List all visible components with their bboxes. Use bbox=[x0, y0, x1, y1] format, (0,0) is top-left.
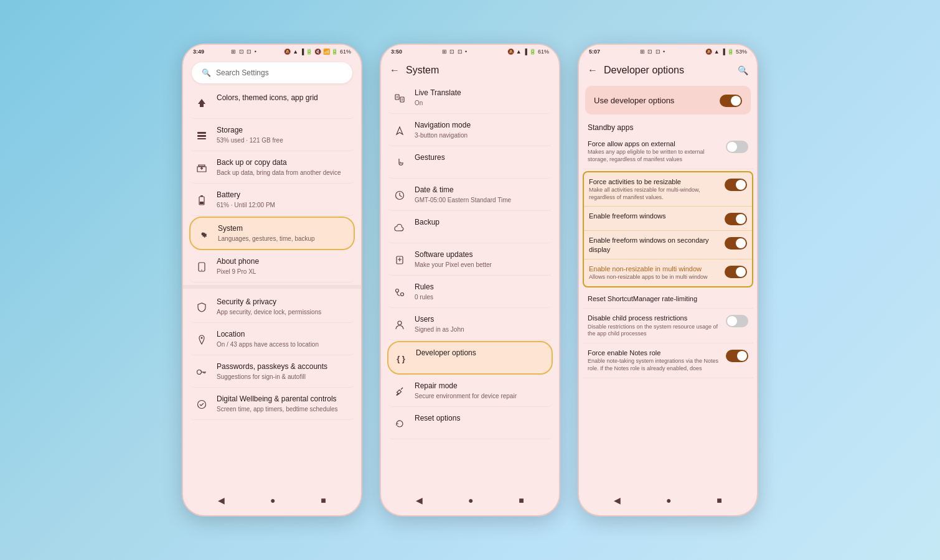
system-item-updates[interactable]: Software updates Make your Pixel even be… bbox=[387, 244, 553, 276]
dev-option-force-resize-wrapper: Force activities to be resizable Make al… bbox=[583, 171, 753, 287]
system-item-backup2[interactable]: Backup bbox=[387, 212, 553, 243]
battery-pct-3: 53% bbox=[736, 49, 747, 55]
item-subtitle-passwords: Suggestions for sign-in & autofill bbox=[217, 373, 351, 381]
item-text-location: Location On / 43 apps have access to loc… bbox=[217, 330, 351, 348]
item-text-system: System Languages, gestures, time, backup bbox=[218, 224, 350, 243]
back-button-2[interactable]: ← bbox=[390, 65, 400, 76]
status-icons-left-2: ⊞ ⊡ ⊡ • bbox=[442, 49, 468, 55]
dev-option-force-resize[interactable]: Force activities to be resizable Make al… bbox=[584, 172, 752, 207]
system-item-developer[interactable]: { } Developer options bbox=[387, 341, 553, 375]
toggle-nonresizable[interactable] bbox=[725, 266, 747, 278]
search-dev-icon[interactable]: 🔍 bbox=[738, 65, 748, 75]
search-label: Search Settings bbox=[216, 68, 269, 77]
dev-option-child-process[interactable]: Disable child process restrictions Disab… bbox=[583, 309, 753, 343]
item-subtitle-location: On / 43 apps have access to location bbox=[217, 340, 351, 348]
screen-1: 🔍 Search Settings Colors, themed icons, … bbox=[183, 57, 361, 488]
search-bar[interactable]: 🔍 Search Settings bbox=[192, 62, 352, 83]
settings-item-storage[interactable]: Storage 53% used · 121 GB free bbox=[189, 119, 355, 151]
toggle-force-allow[interactable] bbox=[726, 141, 748, 153]
item-text-colors: Colors, themed icons, app grid bbox=[217, 93, 351, 103]
svg-rect-0 bbox=[197, 132, 206, 134]
back-nav-3[interactable]: ◀ bbox=[606, 493, 628, 508]
item-text-datetime: Date & time GMT-05:00 Eastern Standard T… bbox=[415, 185, 549, 204]
battery-icon: 🔋 bbox=[306, 49, 313, 55]
svg-rect-1 bbox=[197, 135, 206, 137]
key-settings-icon bbox=[193, 363, 210, 381]
recent-nav-1[interactable]: ■ bbox=[313, 493, 333, 508]
dev-option-force-allow[interactable]: Force allow apps on external Makes any a… bbox=[583, 134, 753, 169]
settings-item-backup[interactable]: Back up or copy data Back up data, bring… bbox=[189, 152, 355, 184]
item-title-about: About phone bbox=[217, 257, 351, 267]
item-subtitle-system: Languages, gestures, time, backup bbox=[218, 235, 350, 243]
svg-point-8 bbox=[201, 337, 203, 339]
item-title-location: Location bbox=[217, 330, 351, 340]
settings-item-location[interactable]: Location On / 43 apps have access to loc… bbox=[189, 324, 355, 355]
item-subtitle-updates: Make your Pixel even better bbox=[415, 261, 549, 269]
system-item-users[interactable]: Users Signed in as John bbox=[387, 309, 553, 340]
dev-option-text-force-resize: Force activities to be resizable Make al… bbox=[589, 177, 720, 202]
item-subtitle-backup: Back up data, bring data from another de… bbox=[217, 169, 351, 177]
dev-option-notes[interactable]: Force enable Notes role Enable note-taki… bbox=[583, 343, 753, 378]
system-item-reset[interactable]: Reset options bbox=[387, 408, 553, 439]
dev-option-freeform-secondary[interactable]: Enable freeform windows on secondary dis… bbox=[584, 230, 752, 259]
home-nav-2[interactable]: ● bbox=[461, 493, 481, 508]
home-nav-1[interactable]: ● bbox=[263, 493, 283, 508]
recent-nav-2[interactable]: ■ bbox=[511, 493, 531, 508]
system-item-nav[interactable]: Navigation mode 3-button navigation bbox=[387, 114, 553, 146]
dev-option-text-shortcut: Reset ShortcutManager rate-limiting bbox=[588, 294, 748, 303]
settings-item-passwords[interactable]: Passwords, passkeys & accounts Suggestio… bbox=[189, 356, 355, 388]
back-button-3[interactable]: ← bbox=[588, 65, 598, 76]
reset-icon bbox=[391, 415, 408, 432]
dev-option-shortcut[interactable]: Reset ShortcutManager rate-limiting bbox=[583, 289, 753, 309]
settings-item-battery[interactable]: Battery 61% · Until 12:00 PM bbox=[189, 184, 355, 216]
toggle-freeform-secondary[interactable] bbox=[725, 237, 747, 250]
dev-option-text-freeform-secondary: Enable freeform windows on secondary dis… bbox=[589, 236, 720, 254]
bottom-nav-2: ◀ ● ■ bbox=[381, 488, 559, 515]
users-icon bbox=[391, 316, 408, 334]
settings-item-wellbeing[interactable]: Digital Wellbeing & parental controls Sc… bbox=[189, 388, 355, 420]
toggle-freeform[interactable] bbox=[725, 213, 747, 225]
use-dev-toggle[interactable] bbox=[720, 95, 742, 107]
use-dev-row[interactable]: Use developer options bbox=[585, 86, 751, 114]
system-item-rules[interactable]: Rules 0 rules bbox=[387, 276, 553, 308]
item-subtitle-wellbeing: Screen time, app timers, bedtime schedul… bbox=[217, 405, 351, 413]
item-subtitle-translate: On bbox=[415, 99, 549, 107]
item-title-reset: Reset options bbox=[415, 414, 549, 424]
item-title-rules: Rules bbox=[415, 282, 549, 292]
back-nav-2[interactable]: ◀ bbox=[408, 493, 430, 508]
recent-nav-3[interactable]: ■ bbox=[709, 493, 729, 508]
wifi-icon: ▲ bbox=[293, 49, 298, 55]
back-nav-1[interactable]: ◀ bbox=[210, 493, 232, 508]
dev-option-nonresizable[interactable]: Enable non-resizable in multi window All… bbox=[584, 259, 752, 286]
item-text-backup: Back up or copy data Back up data, bring… bbox=[217, 158, 351, 177]
item-title-gestures: Gestures bbox=[415, 153, 549, 163]
toggle-notes[interactable] bbox=[726, 350, 748, 362]
battery-icon-3: 🔋 bbox=[727, 49, 734, 55]
toggle-child-process[interactable] bbox=[726, 315, 748, 327]
home-nav-3[interactable]: ● bbox=[659, 493, 679, 508]
dev-option-subtitle-child-process: Disable restrictions on the system resou… bbox=[588, 324, 721, 338]
system-gear-icon bbox=[194, 225, 212, 243]
section-divider-1 bbox=[183, 285, 361, 289]
item-title-users: Users bbox=[415, 315, 549, 325]
system-item-translate[interactable]: Live Translate On bbox=[387, 82, 553, 114]
settings-item-colors[interactable]: Colors, themed icons, app grid bbox=[189, 87, 355, 119]
navigation-icon bbox=[391, 122, 408, 139]
status-bar-3: 5:07 ⊞ ⊡ ⊡ • 🔕 ▲ ▐ 🔋 53% bbox=[579, 45, 757, 57]
translate-icon bbox=[391, 90, 408, 107]
system-item-datetime[interactable]: Date & time GMT-05:00 Eastern Standard T… bbox=[387, 179, 553, 211]
settings-item-about[interactable]: About phone Pixel 9 Pro XL bbox=[189, 251, 355, 282]
mute-icon: 🔕 bbox=[284, 49, 291, 55]
item-subtitle-nav: 3-button navigation bbox=[415, 131, 549, 139]
phone-1: 3:49 ⊞ ⊡ ⊡ • 🔕 ▲ ▐ 🔋 🔇 📶 🔋 61% 🔍 Search … bbox=[182, 44, 362, 516]
settings-item-security[interactable]: Security & privacy App security, device … bbox=[189, 291, 355, 323]
svg-point-13 bbox=[198, 401, 206, 409]
toggle-force-resize[interactable] bbox=[725, 179, 747, 191]
item-subtitle-datetime: GMT-05:00 Eastern Standard Time bbox=[415, 196, 549, 204]
system-item-repair[interactable]: Repair mode Secure environment for devic… bbox=[387, 375, 553, 407]
system-item-gestures[interactable]: Gestures bbox=[387, 147, 553, 179]
dev-options-list: Force allow apps on external Makes any a… bbox=[579, 134, 757, 488]
settings-item-system[interactable]: System Languages, gestures, time, backup bbox=[189, 217, 355, 250]
dev-option-freeform[interactable]: Enable freeform windows bbox=[584, 206, 752, 230]
phone-2: 3:50 ⊞ ⊡ ⊡ • 🔕 ▲ ▐ 🔋 61% ← System Live T… bbox=[380, 44, 560, 516]
